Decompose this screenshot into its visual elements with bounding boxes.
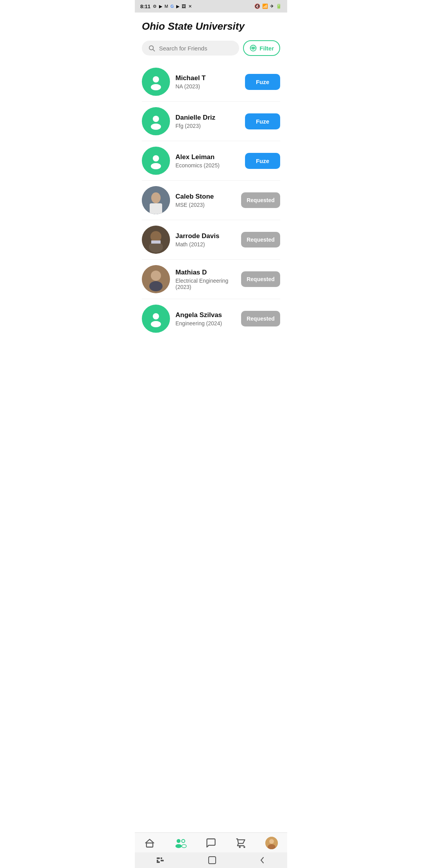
friend-info: Angela Szilvas Engineering (2024): [175, 311, 236, 326]
photo-avatar: [142, 186, 170, 214]
avatar: [142, 107, 170, 135]
requested-button[interactable]: Requested: [241, 232, 280, 247]
list-item: Angela Szilvas Engineering (2024) Reques…: [142, 299, 280, 338]
mail-icon: M: [165, 4, 168, 9]
search-icon: [148, 45, 155, 52]
list-item: Jarrode Davis Math (2012) Requested: [142, 220, 280, 260]
svg-point-17: [150, 231, 161, 242]
friends-list: Michael T NA (2023) Fuze Danielle Driz F…: [135, 62, 287, 338]
friend-name: Mathias D: [175, 269, 236, 276]
svg-line-1: [153, 49, 154, 51]
fuze-button[interactable]: Fuze: [245, 153, 280, 169]
svg-point-8: [153, 116, 159, 122]
friend-info: Danielle Driz Ffg (2023): [175, 114, 240, 129]
svg-point-21: [151, 271, 161, 281]
filter-icon: [249, 44, 257, 52]
friend-name: Alex Leiman: [175, 153, 240, 161]
requested-button[interactable]: Requested: [241, 192, 280, 208]
list-item: Danielle Driz Ffg (2023) Fuze: [142, 102, 280, 141]
status-time: 8:11: [140, 4, 150, 9]
friend-info: Michael T NA (2023): [175, 74, 240, 90]
avatar: [142, 265, 170, 293]
friend-name: Caleb Stone: [175, 193, 236, 201]
svg-point-22: [149, 281, 163, 291]
avatar: [142, 226, 170, 254]
avatar: [142, 147, 170, 175]
svg-point-11: [151, 163, 161, 169]
friend-detail: Economics (2025): [175, 162, 240, 169]
friend-info: Jarrode Davis Math (2012): [175, 232, 236, 247]
svg-point-23: [153, 313, 159, 319]
friend-info: Caleb Stone MSE (2023): [175, 193, 236, 208]
svg-point-7: [151, 84, 161, 90]
svg-point-13: [151, 192, 161, 203]
status-bar: 8:11 ⚙ ▶ M G ▶ 🖼 ✕ 🔇 📶 ✈ 🔋: [135, 0, 287, 13]
friend-name: Michael T: [175, 74, 240, 82]
person-icon: [147, 113, 165, 130]
list-item: Caleb Stone MSE (2023) Requested: [142, 181, 280, 220]
person-icon: [147, 152, 165, 169]
mute-icon: 🔇: [254, 4, 260, 9]
svg-point-6: [153, 76, 159, 82]
friend-detail: Ffg (2023): [175, 123, 240, 129]
youtube-icon: ▶: [159, 4, 162, 9]
list-item: Michael T NA (2023) Fuze: [142, 62, 280, 102]
photo-icon: 🖼: [182, 4, 186, 9]
wifi-icon: 📶: [262, 4, 268, 9]
close-icon: ✕: [188, 4, 192, 9]
page-title: Ohio State University: [142, 20, 280, 32]
avatar: [142, 68, 170, 96]
photo-avatar: [142, 265, 170, 293]
list-item: Mathias D Electrical Engineering (2023) …: [142, 260, 280, 299]
svg-rect-19: [151, 240, 161, 244]
fuze-button[interactable]: Fuze: [245, 113, 280, 129]
list-item: Alex Leiman Economics (2025) Fuze: [142, 141, 280, 181]
youtube2-icon: ▶: [176, 4, 179, 9]
friend-info: Mathias D Electrical Engineering (2023): [175, 269, 236, 290]
search-bar[interactable]: [142, 41, 239, 56]
fuze-button[interactable]: Fuze: [245, 74, 280, 90]
photo-avatar: [142, 226, 170, 254]
person-icon: [147, 73, 165, 90]
battery-icon: 🔋: [276, 4, 282, 9]
requested-button[interactable]: Requested: [241, 311, 280, 326]
requested-button[interactable]: Requested: [241, 271, 280, 287]
search-area: Filter: [135, 36, 287, 62]
gear-icon: ⚙: [153, 4, 157, 9]
friend-name: Jarrode Davis: [175, 232, 236, 240]
friend-detail: NA (2023): [175, 83, 240, 90]
avatar: [142, 186, 170, 214]
avatar: [142, 305, 170, 333]
friend-detail: Engineering (2024): [175, 320, 236, 326]
google-icon: G: [170, 4, 174, 9]
svg-point-10: [153, 155, 159, 161]
friend-detail: Math (2012): [175, 241, 236, 247]
friend-detail: MSE (2023): [175, 202, 236, 208]
friend-name: Danielle Driz: [175, 114, 240, 122]
svg-rect-14: [150, 203, 162, 214]
search-input[interactable]: [159, 45, 233, 52]
airplane-icon: ✈: [270, 4, 274, 9]
filter-button[interactable]: Filter: [243, 40, 280, 56]
friend-info: Alex Leiman Economics (2025): [175, 153, 240, 169]
page-header: Ohio State University: [135, 13, 287, 36]
svg-point-9: [151, 124, 161, 130]
person-icon: [147, 310, 165, 327]
friend-name: Angela Szilvas: [175, 311, 236, 319]
friend-detail: Electrical Engineering (2023): [175, 278, 236, 290]
svg-point-24: [151, 321, 161, 327]
